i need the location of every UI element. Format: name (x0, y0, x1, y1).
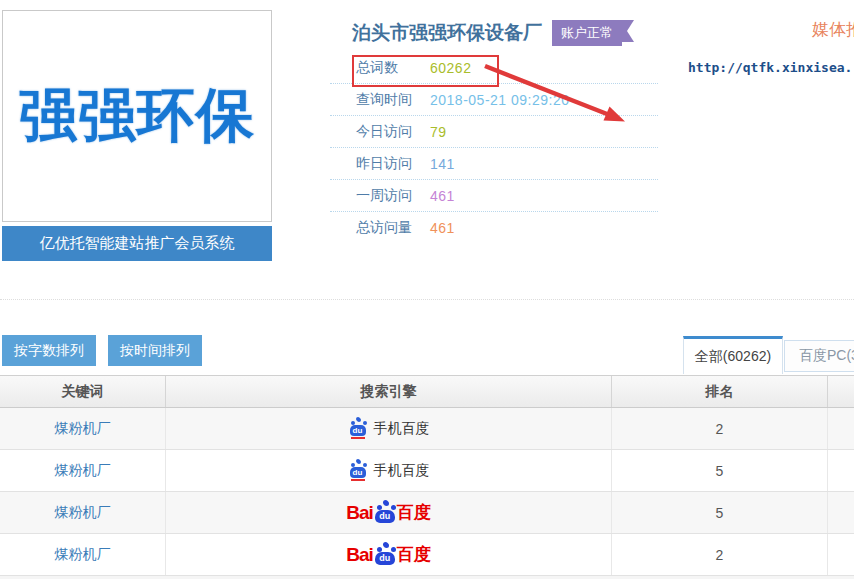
mobile-baidu-engine: du 手机百度 (348, 459, 430, 482)
table-row: 煤粉机厂 Bai du 百度 5 (0, 492, 854, 534)
company-logo-text: 强强环保 (19, 77, 255, 155)
table-row: 煤粉机厂 Bai du 百度 2 (0, 534, 854, 576)
baidu-logo-prefix: Bai (346, 544, 373, 566)
tab-baidu-pc[interactable]: 百度PC(30 (784, 340, 854, 372)
baidu-logo-prefix: Bai (346, 502, 373, 524)
header-engine: 搜索引擎 (166, 376, 612, 407)
baidu-du-icon: du (375, 552, 395, 565)
baidu-pc-logo: Bai du 百度 (346, 501, 431, 525)
engine-cell: Bai du 百度 (166, 492, 612, 533)
mobile-baidu-engine: du 手机百度 (348, 417, 430, 440)
stat-row: 总词数60262 (330, 52, 658, 84)
section-divider (0, 299, 854, 300)
table-row: 煤粉机厂 du 手机百度 2 (0, 408, 854, 450)
media-section-heading: 媒体推 (812, 18, 854, 41)
header-keyword: 关键词 (0, 376, 166, 407)
rank-cell: 2 (612, 408, 828, 449)
rank-cell: 5 (612, 450, 828, 491)
table-body: 煤粉机厂 du 手机百度 2煤粉机厂 du 手机百度 5煤粉机厂 Bai (0, 408, 854, 576)
paw-toes-icon (384, 543, 389, 548)
stat-value: 461 (430, 188, 455, 204)
stat-row: 今日访问79 (330, 116, 658, 148)
system-banner: 亿优托智能建站推广会员系统 (2, 226, 272, 261)
stat-value: 79 (430, 124, 447, 140)
mobile-baidu-icon: du (348, 417, 368, 440)
stat-label: 查询时间 (356, 91, 430, 109)
engine-cell: Bai du 百度 (166, 534, 612, 575)
keyword-cell[interactable]: 煤粉机厂 (0, 408, 166, 449)
baidu-logo-suffix: 百度 (397, 501, 431, 524)
stat-value: 461 (430, 220, 455, 236)
extra-cell (828, 534, 854, 575)
stat-label: 总词数 (356, 59, 430, 77)
stat-value: 2018-05-21 09:29:20 (430, 92, 570, 108)
header-rank: 排名 (612, 376, 828, 407)
stat-value: 60262 (430, 60, 471, 76)
table-row: 煤粉机厂 du 手机百度 5 (0, 450, 854, 492)
engine-cell: du 手机百度 (166, 408, 612, 449)
keyword-cell[interactable]: 煤粉机厂 (0, 450, 166, 491)
sort-by-words-button[interactable]: 按字数排列 (2, 335, 96, 366)
stat-label: 一周访问 (356, 187, 430, 205)
header-extra (828, 376, 854, 407)
paw-toes-icon (384, 501, 389, 506)
baidu-underline-icon (351, 437, 365, 439)
engine-cell: du 手机百度 (166, 450, 612, 491)
keyword-cell[interactable]: 煤粉机厂 (0, 534, 166, 575)
keyword-rank-table: 关键词 搜索引擎 排名 煤粉机厂 du 手机百度 2煤粉机厂 du 手机百 (0, 375, 854, 579)
sort-button-group: 按字数排列 按时间排列 (2, 335, 202, 366)
extra-cell (828, 408, 854, 449)
mobile-baidu-icon: du (348, 459, 368, 482)
engine-label: 手机百度 (374, 420, 430, 438)
stat-row: 一周访问461 (330, 180, 658, 212)
company-logo-box: 强强环保 (2, 10, 272, 222)
extra-cell (828, 492, 854, 533)
baidu-du-icon: du (350, 467, 366, 478)
badge-ribbon-tail-icon (621, 20, 634, 42)
account-status-badge: 账户正常 (552, 20, 622, 46)
extra-cell (828, 450, 854, 491)
table-header-row: 关键词 搜索引擎 排名 (0, 375, 854, 408)
stat-row: 查询时间2018-05-21 09:29:20 (330, 84, 658, 116)
paw-toes-icon (357, 460, 361, 464)
baidu-du-icon: du (375, 510, 395, 523)
account-title-row: 泊头市强强环保设备厂 账户正常 (352, 20, 622, 46)
page: 强强环保 亿优托智能建站推广会员系统 泊头市强强环保设备厂 账户正常 总词数60… (0, 0, 854, 579)
baidu-du-icon: du (350, 425, 366, 436)
account-status-label: 账户正常 (561, 25, 613, 40)
account-title: 泊头市强强环保设备厂 (352, 20, 542, 46)
baidu-paw-icon: du (374, 501, 396, 525)
rank-cell: 2 (612, 534, 828, 575)
stat-label: 昨日访问 (356, 155, 430, 173)
site-url-link[interactable]: http://qtfk.xinxisea. (688, 60, 852, 75)
baidu-logo-suffix: 百度 (397, 543, 431, 566)
stat-label: 总访问量 (356, 219, 430, 237)
stat-row: 总访问量461 (330, 212, 658, 244)
paw-toes-icon (357, 418, 361, 422)
baidu-pc-logo: Bai du 百度 (346, 543, 431, 567)
sort-by-time-button[interactable]: 按时间排列 (108, 335, 202, 366)
engine-label: 手机百度 (374, 462, 430, 480)
stat-row: 昨日访问141 (330, 148, 658, 180)
baidu-underline-icon (351, 479, 365, 481)
account-stats-list: 总词数60262查询时间2018-05-21 09:29:20今日访问79昨日访… (330, 52, 658, 244)
tab-all-keywords[interactable]: 全部(60262) (683, 336, 783, 374)
baidu-paw-icon: du (374, 543, 396, 567)
stat-value: 141 (430, 156, 455, 172)
keyword-cell[interactable]: 煤粉机厂 (0, 492, 166, 533)
stat-label: 今日访问 (356, 123, 430, 141)
rank-cell: 5 (612, 492, 828, 533)
